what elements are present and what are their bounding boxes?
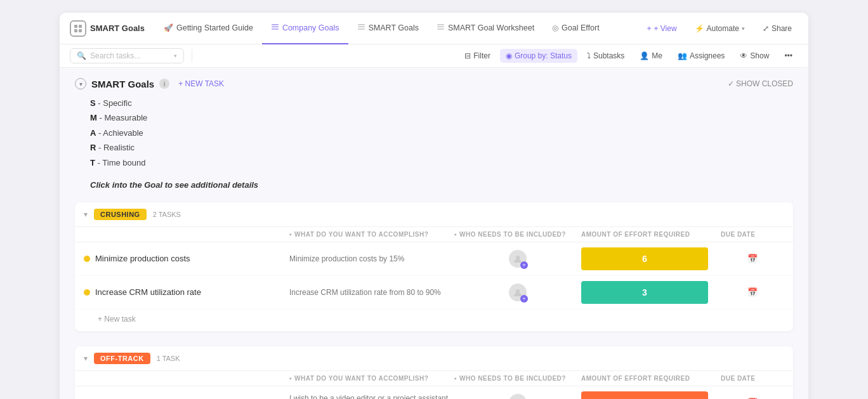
section-info-icon[interactable]: i (159, 79, 169, 89)
task-row[interactable]: Minimize production costs Minimize produ… (75, 242, 793, 276)
due-date-col-label-2: Due Date (721, 375, 755, 382)
tab-smart-goals[interactable]: SMART Goals (348, 13, 428, 44)
accomplish-icon-2: ▪ (289, 375, 292, 382)
effort-bar: 6 (581, 247, 708, 270)
view-label: + View (654, 24, 676, 33)
svg-rect-8 (358, 26, 365, 27)
svg-rect-11 (437, 26, 444, 27)
subtasks-button[interactable]: ⤵ Subtasks (581, 49, 630, 63)
assignees-label: Assignees (690, 51, 725, 60)
assignees-button[interactable]: 👥 Assignees (672, 49, 730, 63)
show-button[interactable]: 👁 Show (734, 49, 775, 63)
smart-worksheet-icon (437, 23, 445, 33)
assignee-avatar: + (509, 284, 527, 301)
task-assignee: + (454, 284, 581, 301)
smart-a-text: - Achievable (98, 128, 143, 138)
more-dots-icon: ••• (784, 51, 792, 60)
effort-bar-cell: 6 (581, 247, 721, 270)
due-date-cell[interactable]: 📅 (721, 254, 784, 263)
assignee-add-icon[interactable]: + (520, 261, 528, 269)
crushing-columns-header: ▪ What do you want to accomplish? ▪ Who … (75, 227, 793, 242)
section-header: ▾ SMART Goals i + NEW TASK ✓ SHOW CLOSED (75, 78, 793, 89)
svg-rect-5 (272, 26, 279, 27)
crushing-task-count: 2 TASKS (153, 211, 181, 218)
company-goals-icon (271, 23, 279, 33)
tab-goal-effort-label: Goal Effort (562, 23, 600, 32)
due-date-cell[interactable]: 📅 (721, 287, 784, 297)
group-crushing-header: ▾ CRUSHING 2 TASKS (75, 202, 793, 227)
col-due-date-2: Due Date (721, 375, 784, 382)
smart-s-text: - Specific (98, 98, 131, 108)
app-logo-icon (70, 20, 86, 37)
task-accomplish: I wish to be a video editor or a project… (289, 394, 454, 399)
group-crushing-collapse[interactable]: ▾ (84, 210, 88, 219)
smart-r-text: - Realistic (98, 143, 135, 152)
show-closed-button[interactable]: ✓ SHOW CLOSED (728, 79, 793, 88)
view-button[interactable]: + + View (640, 22, 683, 36)
crushing-new-task-row[interactable]: + New task (75, 310, 793, 331)
svg-rect-1 (79, 25, 82, 28)
tab-getting-started[interactable]: 🚀 Getting Started Guide (155, 13, 262, 44)
group-by-label: Group by: Status (515, 51, 572, 60)
show-label: Show (750, 51, 769, 60)
col-include-label-2: Who needs to be included? (459, 375, 566, 382)
assignee-add-icon[interactable]: + (520, 295, 528, 303)
task-row[interactable]: Increase CRM utilization rate Increase C… (75, 276, 793, 310)
tab-bar: SMART Goals 🚀 Getting Started Guide (60, 13, 808, 44)
new-task-button[interactable]: + NEW TASK (174, 78, 228, 89)
search-box[interactable]: 🔍 Search tasks... ▾ (70, 48, 184, 63)
status-badge-crushing: CRUSHING (94, 209, 147, 220)
calendar-icon: 📅 (747, 287, 758, 297)
automate-chevron-icon: ▾ (742, 25, 745, 32)
col-task-name-2 (84, 375, 289, 382)
automate-label: Automate (707, 24, 739, 33)
svg-rect-9 (358, 29, 365, 30)
task-dot (84, 256, 90, 262)
col-include: ▪ Who needs to be included? (454, 231, 581, 238)
col-effort: Amount of effort required (581, 231, 721, 238)
click-hint: Click into the Goal to see additional de… (90, 180, 793, 190)
group-offtrack-collapse[interactable]: ▾ (84, 354, 88, 363)
search-placeholder: Search tasks... (90, 51, 140, 60)
tabs-list: 🚀 Getting Started Guide Company Goals (155, 13, 640, 44)
svg-rect-4 (272, 24, 279, 25)
automate-button[interactable]: ⚡ Automate ▾ (688, 22, 751, 36)
me-button[interactable]: 👤 Me (634, 49, 668, 63)
goal-effort-icon: ◎ (552, 23, 558, 32)
toolbar-divider (192, 49, 192, 62)
svg-rect-3 (79, 29, 82, 32)
col-accomplish: ▪ What do you want to accomplish? (289, 231, 454, 238)
effort-col-label-2: Amount of effort required (581, 375, 690, 382)
more-options-button[interactable]: ••• (779, 49, 798, 63)
task-row[interactable]: Learn new video editing techniques I wis… (75, 386, 793, 399)
task-accomplish: Minimize production costs by 15% (289, 254, 454, 263)
tab-company-goals[interactable]: Company Goals (262, 13, 348, 44)
main-panel: SMART Goals 🚀 Getting Started Guide (60, 13, 808, 399)
tab-goal-effort[interactable]: ◎ Goal Effort (543, 13, 608, 44)
assignee-avatar: + (509, 394, 527, 399)
col-effort-2: Amount of effort required (581, 375, 721, 382)
tab-smart-goals-label: SMART Goals (369, 23, 419, 32)
col-accomplish-label: What do you want to accomplish? (294, 231, 428, 238)
filter-button[interactable]: ⊟ Filter (459, 49, 496, 63)
task-assignee: + (454, 250, 581, 268)
app-wrapper: SMART Goals 🚀 Getting Started Guide (0, 0, 868, 399)
due-date-col-label: Due Date (721, 231, 755, 238)
svg-rect-2 (74, 29, 77, 32)
group-by-icon: ◉ (506, 51, 512, 60)
group-crushing: ▾ CRUSHING 2 TASKS ▪ What do you want to… (75, 202, 793, 331)
group-by-button[interactable]: ◉ Group by: Status (500, 49, 577, 63)
smart-item-m: M - Measurable (90, 110, 793, 125)
section-collapse-button[interactable]: ▾ (75, 78, 86, 89)
automate-icon: ⚡ (695, 24, 704, 33)
toolbar-right: ⊟ Filter ◉ Group by: Status ⤵ Subtasks 👤… (459, 49, 798, 63)
accomplish-icon: ▪ (289, 231, 292, 238)
share-button[interactable]: ⤢ Share (756, 22, 798, 36)
include-icon: ▪ (454, 231, 457, 238)
tab-smart-worksheet[interactable]: SMART Goal Worksheet (428, 13, 543, 44)
share-icon: ⤢ (763, 24, 769, 33)
subtasks-label: Subtasks (593, 51, 624, 60)
offtrack-columns-header: ▪ What do you want to accomplish? ▪ Who … (75, 371, 793, 386)
svg-rect-12 (437, 29, 444, 30)
effort-bar: 9 (581, 391, 708, 399)
